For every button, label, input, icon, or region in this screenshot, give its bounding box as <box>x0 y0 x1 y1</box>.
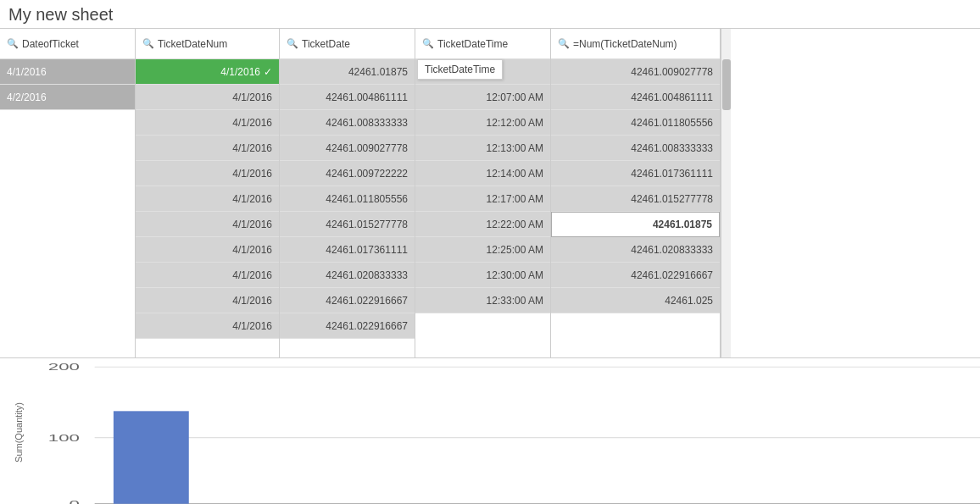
table-row[interactable]: 4/1/2016 <box>136 237 279 263</box>
table-row[interactable]: 12:07:00 AM <box>415 85 550 110</box>
search-icon-ticket-date: 🔍 <box>287 38 298 49</box>
table-row[interactable]: 42461.017361111 <box>551 161 720 186</box>
col-num-ticket-date-num: 🔍 =Num(TicketDateNum) 42461.009027778 42… <box>551 29 721 357</box>
table-row[interactable]: 42461.022916667 <box>280 313 415 339</box>
col-label-ticket-date: TicketDate <box>302 38 350 50</box>
table-row[interactable]: 12:22:00 AM <box>415 212 550 237</box>
scrollbar-thumb[interactable] <box>722 59 731 110</box>
table-row[interactable]: 4/1/2016 <box>136 136 279 161</box>
col-header-ticket-date-time[interactable]: 🔍 TicketDateTime <box>415 29 550 59</box>
table-row[interactable]: 42461.025 <box>551 288 720 313</box>
table-area: 🔍 DateofTicket 4/1/2016 4/2/2016 🔍 Ticke… <box>0 28 980 358</box>
table-row[interactable]: 42461.01875 <box>280 59 415 85</box>
chart-y-label: Sum(Quantity) <box>14 402 24 462</box>
table-row[interactable]: 42461.015277778 <box>551 186 720 212</box>
col-ticket-date-num: 🔍 TicketDateNum 4/1/2016 ✓ 4/1/2016 4/1/… <box>136 29 280 357</box>
table-row[interactable]: 42461.022916667 <box>280 288 415 313</box>
table-row[interactable]: 4/1/2016 ✓ <box>136 59 279 85</box>
col-header-ticket-date-num[interactable]: 🔍 TicketDateNum <box>136 29 279 59</box>
table-row[interactable]: 42461.008333333 <box>280 110 415 136</box>
table-row[interactable]: 42461.008333333 <box>551 136 720 161</box>
table-row[interactable]: 42461.009027778 <box>280 136 415 161</box>
table-row[interactable]: 42461.020833333 <box>280 263 415 288</box>
table-row[interactable]: 4/1/2016 <box>136 161 279 186</box>
table-row[interactable]: 42461.01875 <box>551 212 720 237</box>
table-row[interactable]: 4/1/2016 <box>136 263 279 288</box>
col-label-ticket-date-num: TicketDateNum <box>158 38 227 50</box>
col-ticket-date-time: 🔍 TicketDateTime TicketDateTime 12:07:00… <box>415 29 551 357</box>
col-header-dateof-ticket[interactable]: 🔍 DateofTicket <box>0 29 135 59</box>
svg-text:200: 200 <box>48 363 80 373</box>
table-row[interactable]: 4/1/2016 <box>136 186 279 212</box>
table-row[interactable]: 42461.009722222 <box>280 161 415 186</box>
table-row[interactable]: 42461.011805556 <box>551 110 720 136</box>
col-label-ticket-date-time: TicketDateTime <box>437 38 508 50</box>
search-icon-num-ticket-date-num: 🔍 <box>558 38 570 49</box>
col-header-ticket-date[interactable]: 🔍 TicketDate <box>280 29 415 59</box>
chart-svg: 200 100 0 4 <box>38 363 980 504</box>
svg-text:100: 100 <box>48 433 80 443</box>
search-icon-ticket-date-time: 🔍 <box>422 38 434 49</box>
col-cells-num-ticket-date-num: 42461.009027778 42461.004861111 42461.01… <box>551 59 720 357</box>
search-icon-dateof-ticket: 🔍 <box>7 38 19 49</box>
table-row[interactable]: 4/2/2016 <box>0 85 135 110</box>
col-dateof-ticket: 🔍 DateofTicket 4/1/2016 4/2/2016 <box>0 29 136 357</box>
table-row[interactable]: 4/1/2016 <box>136 313 279 339</box>
svg-text:0: 0 <box>70 499 80 504</box>
table-row[interactable]: 42461.009027778 <box>551 59 720 85</box>
table-row[interactable]: 12:12:00 AM <box>415 110 550 136</box>
chart-area: Sum(Quantity) 200 100 0 4 DisposalId <box>0 358 980 504</box>
table-row[interactable]: 12:14:00 AM <box>415 161 550 186</box>
table-row[interactable]: 4/1/2016 <box>136 212 279 237</box>
table-row[interactable]: 12:17:00 AM <box>415 186 550 212</box>
tooltip-ticket-date-time: TicketDateTime <box>417 59 503 80</box>
table-row[interactable]: 12:30:00 AM <box>415 263 550 288</box>
col-cells-ticket-date-time: 12:07:00 AM 12:12:00 AM 12:13:00 AM 12:1… <box>415 59 550 357</box>
table-row[interactable]: 4/1/2016 <box>136 110 279 136</box>
table-row[interactable]: 42461.004861111 <box>280 85 415 110</box>
table-row[interactable]: 42461.020833333 <box>551 237 720 263</box>
table-row[interactable]: 42461.022916667 <box>551 263 720 288</box>
table-row[interactable]: 42461.011805556 <box>280 186 415 212</box>
table-row[interactable]: 12:25:00 AM <box>415 237 550 263</box>
col-header-num-ticket-date-num[interactable]: 🔍 =Num(TicketDateNum) <box>551 29 720 59</box>
chart-bar <box>114 411 189 503</box>
table-row[interactable]: 4/1/2016 <box>0 59 135 85</box>
col-cells-ticket-date-num: 4/1/2016 ✓ 4/1/2016 4/1/2016 4/1/2016 4/… <box>136 59 279 357</box>
table-row[interactable]: 4/1/2016 <box>136 288 279 313</box>
table-row[interactable]: 42461.015277778 <box>280 212 415 237</box>
page-title: My new sheet <box>0 0 980 28</box>
col-cells-dateof-ticket: 4/1/2016 4/2/2016 <box>0 59 135 357</box>
table-row[interactable]: 42461.017361111 <box>280 237 415 263</box>
col-label-dateof-ticket: DateofTicket <box>22 38 79 50</box>
table-row[interactable]: 12:13:00 AM <box>415 136 550 161</box>
table-row[interactable]: 42461.004861111 <box>551 85 720 110</box>
col-label-num-ticket-date-num: =Num(TicketDateNum) <box>573 38 677 50</box>
search-icon-ticket-date-num: 🔍 <box>142 38 154 49</box>
col-ticket-date: 🔍 TicketDate 42461.01875 42461.004861111… <box>280 29 415 357</box>
col-cells-ticket-date: 42461.01875 42461.004861111 42461.008333… <box>280 59 415 357</box>
table-row[interactable]: 12:33:00 AM <box>415 288 550 313</box>
table-row[interactable]: 4/1/2016 <box>136 85 279 110</box>
vertical-scrollbar[interactable] <box>721 29 731 357</box>
